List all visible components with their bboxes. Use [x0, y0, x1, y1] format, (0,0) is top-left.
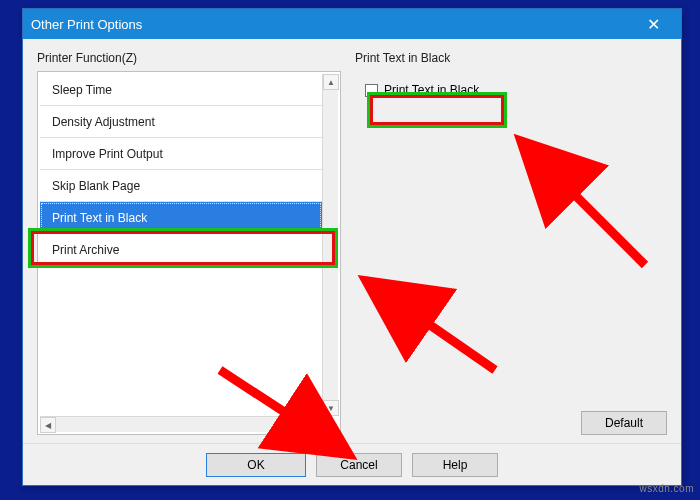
printer-function-label: Printer Function(Z) [37, 51, 341, 65]
list-item[interactable]: Skip Blank Page [40, 170, 322, 202]
ok-button[interactable]: OK [206, 453, 306, 477]
scroll-right-icon[interactable]: ▶ [306, 417, 322, 433]
checkbox-icon [365, 84, 378, 97]
vertical-scrollbar[interactable]: ▲ ▼ [322, 74, 338, 416]
option-detail-panel: Print Text in Black Print Text in Black … [355, 51, 667, 435]
dialog-footer: OK Cancel Help [23, 443, 681, 485]
dialog-content: Printer Function(Z) Sleep Time Density A… [23, 39, 681, 443]
horizontal-scrollbar[interactable]: ◀ ▶ [40, 416, 322, 432]
scroll-up-icon[interactable]: ▲ [323, 74, 339, 90]
print-text-in-black-checkbox[interactable]: Print Text in Black [357, 77, 487, 103]
print-options-dialog: Other Print Options ✕ Printer Function(Z… [22, 8, 682, 486]
printer-function-listbox[interactable]: Sleep Time Density Adjustment Improve Pr… [37, 71, 341, 435]
option-detail-box: Print Text in Black [355, 71, 667, 405]
default-button[interactable]: Default [581, 411, 667, 435]
help-button[interactable]: Help [412, 453, 498, 477]
watermark-text: wsxdn.com [639, 483, 694, 494]
printer-function-panel: Printer Function(Z) Sleep Time Density A… [37, 51, 341, 435]
dialog-title: Other Print Options [31, 17, 633, 32]
list-item-selected[interactable]: Print Text in Black [40, 202, 322, 234]
cancel-button[interactable]: Cancel [316, 453, 402, 477]
list-item[interactable]: Density Adjustment [40, 106, 322, 138]
listbox-inner: Sleep Time Density Adjustment Improve Pr… [40, 74, 322, 432]
list-item[interactable]: Sleep Time [40, 74, 322, 106]
list-item[interactable]: Improve Print Output [40, 138, 322, 170]
checkbox-label: Print Text in Black [384, 83, 479, 97]
list-item[interactable]: Print Archive [40, 234, 322, 266]
default-button-row: Default [355, 405, 667, 435]
option-detail-label: Print Text in Black [355, 51, 667, 65]
scroll-left-icon[interactable]: ◀ [40, 417, 56, 433]
close-icon[interactable]: ✕ [633, 12, 673, 36]
scroll-down-icon[interactable]: ▼ [323, 400, 339, 416]
titlebar: Other Print Options ✕ [23, 9, 681, 39]
